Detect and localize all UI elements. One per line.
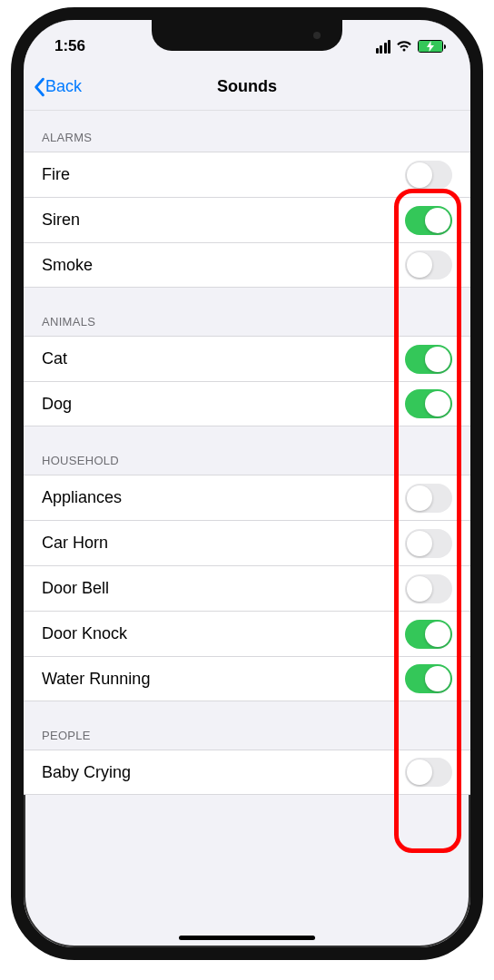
toggle-switch[interactable] bbox=[405, 620, 452, 649]
row-label: Water Running bbox=[42, 670, 150, 689]
toggle-switch[interactable] bbox=[405, 345, 452, 374]
notch bbox=[152, 20, 342, 51]
settings-row: Door Bell bbox=[24, 565, 470, 611]
battery-icon bbox=[418, 40, 443, 53]
toggle-switch[interactable] bbox=[405, 574, 452, 603]
section-group: FireSirenSmoke bbox=[24, 152, 470, 288]
toggle-knob bbox=[407, 485, 432, 511]
row-label: Baby Crying bbox=[42, 763, 131, 782]
toggle-knob bbox=[425, 391, 450, 416]
toggle-switch[interactable] bbox=[405, 664, 452, 693]
row-label: Smoke bbox=[42, 256, 93, 275]
section-group: CatDog bbox=[24, 336, 470, 426]
toggle-knob bbox=[425, 208, 450, 233]
row-label: Car Horn bbox=[42, 534, 108, 553]
chevron-left-icon bbox=[33, 77, 45, 97]
row-label: Fire bbox=[42, 165, 70, 184]
row-label: Door Knock bbox=[42, 624, 127, 643]
settings-row: Door Knock bbox=[24, 611, 470, 656]
wifi-icon bbox=[396, 40, 412, 53]
cellular-signal-icon bbox=[376, 40, 391, 54]
phone-frame: 1:56 Back Sounds ALARMSFireSirenSmokeANI… bbox=[11, 7, 483, 960]
toggle-knob bbox=[407, 760, 432, 785]
row-label: Appliances bbox=[42, 488, 122, 507]
toggle-knob bbox=[407, 252, 432, 278]
settings-row: Smoke bbox=[24, 242, 470, 288]
section-header: PEOPLE bbox=[24, 701, 470, 750]
toggle-switch[interactable] bbox=[405, 161, 452, 190]
settings-row: Car Horn bbox=[24, 520, 470, 565]
settings-row: Dog bbox=[24, 381, 470, 426]
toggle-knob bbox=[407, 576, 432, 602]
settings-row: Water Running bbox=[24, 656, 470, 701]
section-header: ANIMALS bbox=[24, 288, 470, 336]
toggle-knob bbox=[407, 531, 432, 556]
toggle-switch[interactable] bbox=[405, 484, 452, 513]
status-right bbox=[376, 40, 444, 54]
nav-bar: Back Sounds bbox=[24, 64, 470, 111]
settings-row: Siren bbox=[24, 197, 470, 242]
home-indicator[interactable] bbox=[179, 936, 315, 940]
row-label: Dog bbox=[42, 395, 72, 414]
section-header: HOUSEHOLD bbox=[24, 426, 470, 475]
settings-row: Fire bbox=[24, 152, 470, 197]
toggle-switch[interactable] bbox=[405, 389, 452, 418]
toggle-switch[interactable] bbox=[405, 206, 452, 235]
settings-row: Cat bbox=[24, 336, 470, 381]
clock: 1:56 bbox=[54, 37, 85, 55]
section-group: Baby Crying bbox=[24, 750, 470, 795]
toggle-knob bbox=[425, 347, 450, 372]
page-title: Sounds bbox=[217, 77, 277, 96]
settings-row: Appliances bbox=[24, 475, 470, 520]
toggle-switch[interactable] bbox=[405, 250, 452, 279]
back-label: Back bbox=[45, 77, 82, 96]
toggle-knob bbox=[407, 162, 432, 188]
row-label: Door Bell bbox=[42, 579, 109, 598]
toggle-knob bbox=[425, 622, 450, 647]
back-button[interactable]: Back bbox=[33, 64, 82, 110]
section-group: AppliancesCar HornDoor BellDoor KnockWat… bbox=[24, 475, 470, 701]
toggle-switch[interactable] bbox=[405, 529, 452, 558]
row-label: Cat bbox=[42, 349, 67, 368]
settings-content: ALARMSFireSirenSmokeANIMALSCatDogHOUSEHO… bbox=[24, 111, 470, 795]
toggle-switch[interactable] bbox=[405, 758, 452, 787]
row-label: Siren bbox=[42, 211, 80, 230]
settings-row: Baby Crying bbox=[24, 750, 470, 795]
camera-dot bbox=[313, 32, 321, 39]
section-header: ALARMS bbox=[24, 111, 470, 152]
toggle-knob bbox=[425, 666, 450, 691]
